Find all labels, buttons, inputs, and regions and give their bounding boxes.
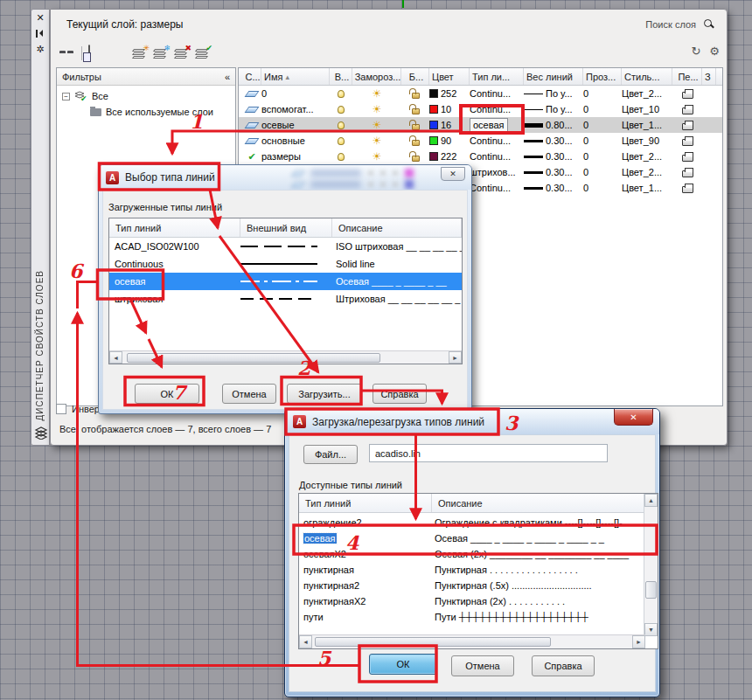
linetype-cell[interactable]: Continu... [470, 183, 524, 193]
search-icon[interactable] [703, 18, 714, 30]
col-linetype-name[interactable]: Тип линий [299, 494, 432, 512]
linetype-item[interactable]: ограждение2Ограждение с квадратиками ---… [299, 515, 644, 530]
scroll-thumb[interactable] [127, 353, 380, 363]
load-button[interactable]: Загрузить... [287, 384, 362, 404]
linetype-cell-active[interactable]: осевая [470, 118, 524, 132]
settings-gear-icon[interactable]: ⚙ [709, 45, 720, 58]
filter-tree-child[interactable]: Все используемые слои [57, 107, 235, 117]
dialog-titlebar[interactable]: A Выбор типа линий ✕ [99, 165, 471, 190]
linetype-item[interactable]: Continuous Solid line [109, 255, 462, 273]
col-description[interactable]: Описание [432, 494, 658, 512]
col-name[interactable]: Имя ▴ [261, 68, 330, 85]
col-description[interactable]: Описание [332, 218, 462, 237]
transparency-cell[interactable]: 0 [583, 120, 622, 130]
cancel-button[interactable]: Отмена [222, 384, 276, 404]
layer-on-icon[interactable] [338, 90, 345, 98]
layer-row-1[interactable]: вспомогат... ☀ 10 Continu... По у... 0 Ц… [239, 101, 722, 117]
col-plotstyle[interactable]: Стиль... [622, 68, 672, 85]
scroll-right-icon[interactable]: ► [632, 635, 645, 648]
col-lock[interactable]: Б... [401, 68, 429, 85]
cancel-button[interactable]: Отмена [451, 655, 514, 676]
unlock-icon[interactable] [412, 124, 420, 130]
printer-icon[interactable] [682, 92, 693, 99]
printer-icon[interactable] [682, 186, 693, 193]
unlock-icon[interactable] [412, 93, 420, 99]
linetype-item[interactable]: пунктирнаяХ2Пунктирная (2x) . . . . . . … [299, 593, 644, 609]
printer-icon[interactable] [682, 155, 693, 162]
dialog-titlebar[interactable]: A Загрузка/перезагрузка типов линий [285, 409, 659, 434]
layer-search-field[interactable]: Поиск слоя [642, 17, 718, 31]
unlock-icon[interactable] [412, 140, 420, 146]
linetype-cell[interactable]: Continu... [470, 88, 524, 99]
ok-button[interactable]: ОК [369, 654, 437, 675]
v-scrollbar[interactable]: ▲ ▼ [644, 494, 658, 636]
color-swatch[interactable] [429, 105, 438, 114]
layer-row-0[interactable]: 0 ☀ 252 Continu... По у... 0 Цвет_2... [239, 86, 722, 101]
printer-icon[interactable] [682, 107, 693, 114]
lineweight-cell[interactable]: 0.30... [524, 167, 583, 177]
palette-properties-icon[interactable]: ✲ [31, 41, 49, 57]
thaw-sun-icon[interactable]: ☀ [373, 120, 382, 130]
linetype-item[interactable]: осеваяХ2Осевая (2x) ________ __ ________… [299, 546, 644, 562]
linetype-item[interactable]: ACAD_ISO02W100 ISO штриховая __ __ __ __… [109, 238, 462, 255]
close-icon[interactable]: ✕ [441, 167, 465, 181]
linetype-item[interactable]: пунктирная2Пунктирная (.5x) ............… [299, 578, 644, 593]
color-swatch[interactable] [429, 89, 438, 98]
col-on[interactable]: В... [330, 68, 352, 85]
color-swatch[interactable] [429, 152, 438, 161]
col-plot[interactable]: Пе... [672, 68, 702, 85]
layer-states-manager-button[interactable] [88, 45, 90, 61]
thaw-sun-icon[interactable]: ☀ [373, 88, 382, 99]
file-name-field[interactable]: acadiso.lin [369, 444, 608, 462]
transparency-cell[interactable]: 0 [583, 167, 622, 177]
col-freeze[interactable]: Замороз... [352, 68, 401, 85]
lineweight-cell[interactable]: 0.30... [524, 183, 583, 193]
unlock-icon[interactable] [412, 108, 420, 114]
tree-collapse-icon[interactable]: − [62, 93, 70, 100]
palette-close-icon[interactable]: ✕ [31, 10, 49, 25]
col-appearance[interactable]: Внешний вид [240, 218, 332, 237]
linetype-item-selected[interactable]: осеваяОсевая ____ _ ____ _ ____ _ ____ _… [299, 530, 644, 546]
linetype-cell[interactable]: Continu... [470, 135, 524, 146]
available-linetypes-list[interactable]: Тип линий Описание ограждение2Ограждение… [298, 493, 658, 649]
new-frozen-layer-button[interactable]: ❄ [152, 48, 168, 59]
col-transparency[interactable]: Проз... [583, 68, 622, 85]
refresh-icon[interactable]: ↻ [691, 45, 700, 58]
set-current-layer-button[interactable]: ✔ [194, 48, 210, 59]
printer-icon[interactable] [682, 123, 693, 130]
linetype-item-selected[interactable]: осевая Осевая ____ _ ____ _ __ [109, 273, 462, 290]
transparency-cell[interactable]: 0 [583, 104, 622, 114]
printer-icon[interactable] [682, 139, 693, 146]
autocad-drawing-area[interactable]: ✕ ✲ ДИСПЕТЧЕР СВОЙСТВ СЛОЕВ Текущий слой… [0, 0, 752, 700]
layer-row-2-selected[interactable]: осевые ☀ 16 осевая 0.80... 0 Цвет_1... [239, 117, 722, 133]
loaded-linetypes-list[interactable]: Тип линий Внешний вид Описание ACAD_ISO0… [108, 218, 463, 364]
unlock-icon[interactable] [412, 156, 420, 162]
layer-on-icon[interactable] [338, 137, 345, 145]
scroll-right-icon[interactable]: ► [449, 351, 462, 364]
linetype-cell[interactable]: штрихов... [470, 167, 524, 177]
scroll-thumb[interactable] [315, 637, 551, 647]
scroll-down-icon[interactable]: ▼ [644, 623, 658, 636]
help-button[interactable]: Справка [532, 655, 595, 676]
delete-layer-button[interactable]: ✖ [173, 48, 189, 59]
printer-icon[interactable] [682, 170, 693, 177]
checkbox-icon[interactable] [56, 404, 66, 414]
linetype-item[interactable]: пунктирнаяПунктирная . . . . . . . . . .… [299, 562, 644, 578]
scroll-up-icon[interactable]: ▲ [644, 494, 658, 507]
ok-button[interactable]: ОК [135, 384, 199, 404]
thaw-sun-icon[interactable]: ☀ [373, 135, 382, 146]
layer-on-icon[interactable] [338, 106, 345, 114]
col-color[interactable]: Цвет [429, 68, 470, 85]
layer-row-3[interactable]: основные ☀ 90 Continu... 0.30... 0 Цвет_… [239, 133, 722, 149]
help-button[interactable]: Справка [373, 384, 427, 404]
transparency-cell[interactable]: 0 [583, 151, 622, 162]
transparency-cell[interactable]: 0 [583, 183, 622, 193]
transparency-cell[interactable]: 0 [583, 88, 622, 99]
col-linetype[interactable]: Тип ли... [470, 68, 524, 85]
close-icon[interactable]: ✕ [614, 409, 653, 426]
col-lineweight[interactable]: Вес линий [524, 68, 583, 85]
file-button[interactable]: Файл... [303, 445, 358, 464]
linetype-item[interactable]: штриховая Штриховая __ __ __ __ __ _ [109, 290, 462, 308]
collapse-panel-icon[interactable]: « [225, 72, 230, 82]
col-status[interactable]: С... [242, 68, 261, 85]
